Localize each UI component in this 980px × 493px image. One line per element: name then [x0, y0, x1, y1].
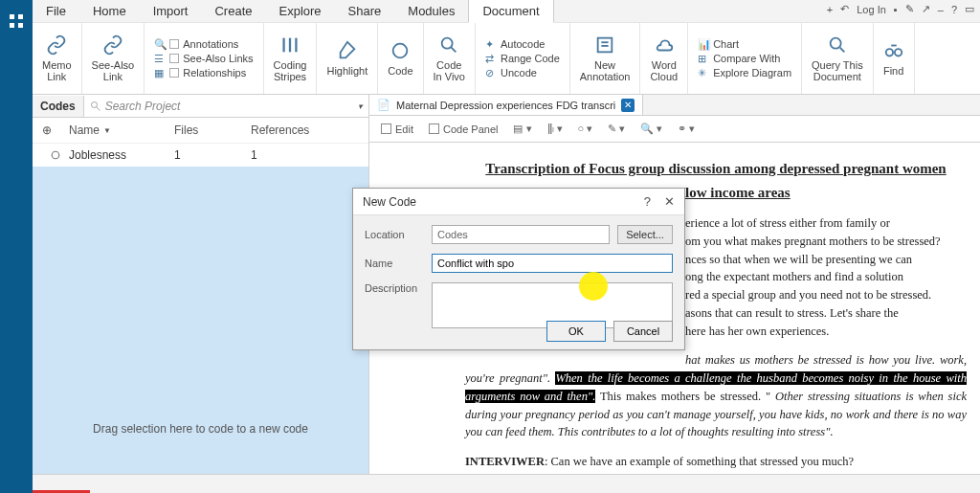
- status-bar: [33, 474, 980, 493]
- menu-modules[interactable]: Modules: [394, 0, 468, 22]
- ribbon-uncode[interactable]: ⊘Uncode: [485, 67, 537, 78]
- stripe-tool[interactable]: ǁₗ ▾: [547, 123, 563, 135]
- code-files: 1: [174, 148, 251, 162]
- highlighter-icon: [337, 40, 358, 61]
- ribbon-explore-diagram[interactable]: ✳Explore Diagram: [698, 67, 791, 78]
- ribbon-seealso-link-label: See-Also Link: [92, 59, 135, 82]
- menu-share[interactable]: Share: [335, 0, 395, 22]
- codes-drop-area[interactable]: Drag selection here to code to a new cod…: [33, 167, 368, 474]
- ribbon-highlight[interactable]: Highlight: [317, 23, 378, 94]
- link-icon: [46, 34, 67, 56]
- close-icon[interactable]: ✕: [664, 194, 675, 209]
- dash-icon[interactable]: –: [938, 4, 944, 15]
- plus-icon[interactable]: +: [827, 4, 833, 15]
- ribbon-range-code[interactable]: ⇄Range Code: [485, 53, 560, 64]
- wand-icon: ✦: [485, 38, 497, 50]
- svg-line-17: [96, 106, 100, 110]
- menu-home[interactable]: Home: [79, 0, 140, 22]
- dialog-titlebar[interactable]: New Code ? ✕: [353, 189, 684, 215]
- ribbon-find[interactable]: Find: [874, 23, 915, 94]
- menu-file[interactable]: File: [33, 0, 79, 22]
- login-link[interactable]: Log In: [857, 4, 886, 15]
- grid-small-icon: ▦: [154, 67, 166, 78]
- dialog-title: New Code: [363, 195, 416, 209]
- pen-tool[interactable]: ✎ ▾: [608, 123, 625, 135]
- col-references[interactable]: References: [251, 123, 359, 137]
- menu-explore[interactable]: Explore: [266, 0, 335, 22]
- ribbon-coding-stripes[interactable]: Coding Stripes: [264, 23, 318, 94]
- ribbon-highlight-label: Highlight: [326, 65, 368, 77]
- close-tab-icon[interactable]: ✕: [621, 99, 635, 112]
- ribbon-query-this-label: Query This Document: [812, 59, 863, 82]
- help-icon[interactable]: ?: [644, 194, 651, 209]
- ribbon-code-invivo[interactable]: Code In Vivo: [424, 23, 476, 94]
- codes-row[interactable]: Joblesness 1 1: [33, 144, 368, 167]
- col-files[interactable]: Files: [174, 123, 251, 137]
- window-icon[interactable]: ▭: [965, 3, 974, 15]
- add-code-icon[interactable]: ⊕: [42, 123, 69, 137]
- svg-rect-2: [10, 23, 14, 28]
- svg-point-16: [91, 101, 97, 107]
- svg-rect-3: [18, 23, 23, 28]
- layout-tool[interactable]: ▤ ▾: [513, 123, 531, 135]
- codes-search[interactable]: Search Project ▾: [84, 100, 368, 113]
- doc-icon: 📄: [377, 99, 390, 111]
- ribbon-memo-link[interactable]: Memo Link: [33, 23, 82, 94]
- ribbon-coding-stripes-label: Coding Stripes: [274, 59, 307, 82]
- menu-import[interactable]: Import: [140, 0, 202, 22]
- link-tool[interactable]: ⚭ ▾: [678, 123, 695, 135]
- pen-icon[interactable]: ✎: [905, 3, 914, 15]
- circle-tool[interactable]: ○ ▾: [578, 123, 593, 135]
- ribbon-compare-with[interactable]: ⊞Compare With: [698, 53, 780, 64]
- codes-columns: ⊕ Name ▼ Files References: [33, 118, 368, 144]
- ribbon-query-this[interactable]: Query This Document: [802, 23, 874, 94]
- location-label: Location: [365, 229, 432, 240]
- svg-point-18: [52, 151, 59, 159]
- menu-create[interactable]: Create: [201, 0, 265, 22]
- range-icon: ⇄: [485, 53, 497, 64]
- code-refs: 1: [251, 148, 359, 162]
- ribbon-autocode[interactable]: ✦Autocode: [485, 38, 545, 50]
- description-label: Description: [365, 282, 432, 294]
- location-field: Codes: [432, 225, 610, 244]
- codes-panel-title: Codes: [33, 96, 84, 117]
- menu-document[interactable]: Document: [468, 0, 553, 23]
- link-icon: [102, 34, 123, 56]
- cancel-button[interactable]: Cancel: [613, 321, 673, 342]
- sort-icon: ▼: [103, 126, 111, 135]
- doc-title-line1: Transcription of Focus group discussion …: [465, 158, 967, 180]
- svg-line-13: [840, 48, 845, 53]
- codes-panel: Codes Search Project ▾ ⊕ Name ▼ Files Re…: [33, 95, 369, 474]
- svg-point-7: [393, 44, 408, 58]
- help-icon[interactable]: ?: [951, 4, 957, 15]
- ribbon-seealso-link[interactable]: See-Also Link: [82, 23, 145, 94]
- zoom-tool[interactable]: 🔍 ▾: [640, 123, 662, 135]
- ribbon-relationships-toggle[interactable]: ▦Relationships: [154, 67, 246, 78]
- ribbon-annotation-group: 🔍Annotations ☰See-Also Links ▦Relationsh…: [145, 23, 263, 94]
- select-location-button[interactable]: Select...: [617, 225, 673, 244]
- ribbon-seealso-links-toggle[interactable]: ☰See-Also Links: [154, 53, 253, 64]
- col-name[interactable]: Name ▼: [69, 123, 174, 137]
- ok-button[interactable]: OK: [546, 321, 606, 342]
- ribbon-new-annotation[interactable]: New Annotation: [570, 23, 641, 94]
- document-tab[interactable]: 📄 Maternal Depression experiences FDG tr…: [369, 95, 643, 115]
- edit-toggle[interactable]: Edit: [381, 123, 413, 135]
- name-input[interactable]: [432, 254, 673, 273]
- search-dropdown-icon[interactable]: ▾: [358, 101, 363, 111]
- ribbon-new-annotation-label: New Annotation: [580, 59, 631, 82]
- main-menu: File Home Import Create Explore Share Mo…: [33, 0, 980, 23]
- compare-icon: ⊞: [698, 53, 709, 64]
- ribbon-word-cloud[interactable]: Word Cloud: [640, 23, 688, 94]
- ribbon-chart[interactable]: 📊Chart: [698, 38, 739, 50]
- ribbon: Memo Link See-Also Link 🔍Annotations ☰Se…: [33, 23, 980, 95]
- code-panel-toggle[interactable]: Code Panel: [429, 123, 499, 135]
- document-toolbar: Edit Code Panel ▤ ▾ ǁₗ ▾ ○ ▾ ✎ ▾ 🔍 ▾ ⚭ ▾: [369, 116, 980, 143]
- ribbon-annotations-toggle[interactable]: 🔍Annotations: [154, 38, 238, 50]
- cloud-icon: [654, 34, 675, 56]
- search-placeholder: Search Project: [105, 100, 181, 113]
- zoom-icon: [827, 34, 848, 56]
- arrow-icon[interactable]: ↗: [922, 3, 930, 15]
- save-icon[interactable]: ▪: [894, 4, 898, 15]
- undo-icon[interactable]: ↶: [840, 3, 849, 15]
- ribbon-code[interactable]: Code: [378, 23, 423, 94]
